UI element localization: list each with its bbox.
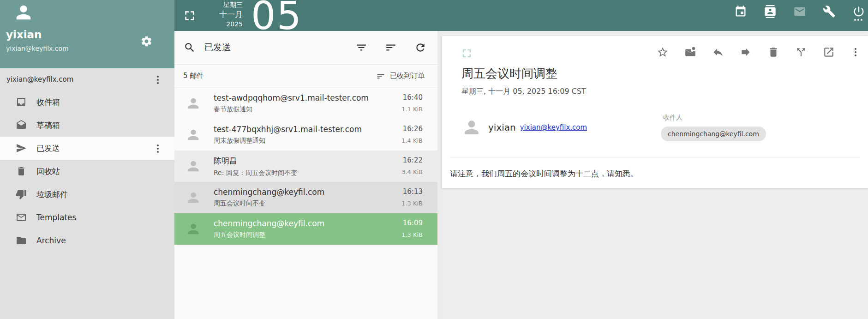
message-row[interactable]: test-477bqxhhj@srv1.mail-tester.com 周末放假… — [174, 119, 437, 150]
sidebar-item-trash[interactable]: 回收站 — [0, 160, 174, 183]
logout-icon[interactable] — [852, 5, 865, 18]
folder-sidebar: yixian@keyfilx.com 收件箱 草稿箱 已发送 回收站 垃圾邮件 — [0, 68, 174, 319]
list-subheader: 5 邮件 已收到订单 — [174, 65, 443, 88]
mark-unread-icon[interactable] — [684, 46, 696, 58]
message-row-selected[interactable]: chenmingchang@keyfil.com 周五会议时间调整 16:09 … — [174, 213, 437, 245]
search-icon[interactable] — [184, 42, 196, 54]
message-time: 16:22 — [401, 156, 423, 164]
folder-label: Templates — [36, 213, 76, 222]
sidebar-item-junk[interactable]: 垃圾邮件 — [0, 183, 174, 206]
message-more-icon[interactable] — [850, 47, 861, 57]
message-size: 3.4 KiB — [401, 169, 423, 175]
sidebar-item-inbox[interactable]: 收件箱 — [0, 90, 174, 114]
fullscreen-toggle-icon[interactable] — [184, 10, 196, 22]
mail-app-icon[interactable] — [793, 5, 806, 18]
folder-label: 已发送 — [36, 143, 60, 154]
sender-avatar-icon — [186, 190, 201, 205]
message-view-card: 周五会议时间调整 星期三, 十一月 05, 2025 16:09 CST 收件人… — [442, 36, 868, 188]
thread-split-icon[interactable] — [795, 46, 807, 58]
message-subject: 周五会议时间不变 — [214, 199, 324, 208]
message-list-pane: 已发送 5 邮件 已收到订单 test-awdpqqhom@srv1.mail-… — [174, 31, 443, 319]
message-toolbar — [657, 46, 861, 58]
sidebar-item-archive[interactable]: Archive — [0, 229, 174, 252]
date-year: 2025 — [198, 20, 243, 29]
date-month: 十一月 — [198, 9, 243, 20]
sort-order-label: 已收到订单 — [390, 72, 425, 80]
message-sender: chenmingchang@keyfil.com — [214, 219, 324, 228]
message-size: 1.1 KiB — [401, 106, 423, 113]
reply-icon[interactable] — [712, 46, 724, 58]
sender-avatar-icon — [186, 96, 201, 111]
refresh-icon[interactable] — [414, 42, 426, 54]
sender-email-link[interactable]: yixian@keyfilx.com — [520, 123, 587, 132]
list-header: 已发送 — [174, 31, 443, 65]
account-panel: yixian yixian@keyfilx.com — [0, 0, 174, 68]
recipient-chip[interactable]: chenmingchang@keyfil.com — [661, 126, 766, 141]
message-sender: test-awdpqqhom@srv1.mail-tester.com — [214, 93, 369, 102]
junk-icon — [16, 189, 27, 200]
message-body: 请注意，我们周五的会议时间调整为十二点，请知悉。 — [450, 169, 638, 179]
inbox-icon — [16, 96, 27, 108]
delete-icon[interactable] — [767, 46, 779, 58]
folder-label: Archive — [36, 236, 66, 245]
account-name: yixian — [6, 29, 42, 41]
list-header-actions — [355, 42, 426, 54]
message-subject: 周五会议时间调整 — [214, 231, 324, 239]
sidebar-item-templates[interactable]: Templates — [0, 206, 174, 229]
message-time: 16:26 — [401, 125, 423, 133]
sort-order-icon — [376, 72, 385, 81]
sidebar-item-sent[interactable]: 已发送 — [0, 137, 174, 160]
message-sender: chenmingchang@keyfil.com — [214, 187, 324, 197]
topbar-app-icons — [734, 5, 865, 18]
message-time: 16:13 — [401, 187, 423, 196]
sidebar-account-email: yixian@keyfilx.com — [6, 75, 73, 84]
folder-label: 回收站 — [36, 166, 60, 177]
message-sender: 陈明昌 — [214, 156, 297, 166]
message-subject: Re: 回复：周五会议时间不变 — [214, 169, 297, 177]
sidebar-item-drafts[interactable]: 草稿箱 — [0, 114, 174, 137]
recipient-label: 收件人 — [663, 114, 682, 122]
folder-label: 收件箱 — [36, 97, 60, 108]
message-fullscreen-icon[interactable] — [461, 48, 472, 59]
message-subject-title: 周五会议时间调整 — [461, 66, 557, 82]
sender-avatar-icon — [186, 158, 201, 174]
trash-icon — [16, 166, 27, 177]
open-in-new-icon[interactable] — [823, 46, 835, 58]
account-menu-icon[interactable] — [155, 74, 161, 86]
header-divider — [450, 157, 860, 157]
envelope-icon — [16, 212, 27, 223]
message-row[interactable]: 陈明昌 Re: 回复：周五会议时间不变 16:22 3.4 KiB — [174, 150, 437, 182]
account-email: yixian@keyfilx.com — [6, 45, 69, 52]
admin-settings-icon[interactable] — [823, 5, 836, 18]
sender-name: yixian — [488, 122, 516, 133]
message-time: 16:40 — [401, 93, 423, 102]
contacts-icon[interactable] — [764, 5, 777, 18]
message-sender: test-477bqxhhj@srv1.mail-tester.com — [214, 125, 362, 134]
message-rows: test-awdpqqhom@srv1.mail-tester.com 春节放假… — [174, 88, 437, 245]
message-size: 1.3 KiB — [401, 231, 423, 238]
sort-icon[interactable] — [385, 42, 397, 54]
sort-order-button[interactable]: 已收到订单 — [376, 72, 425, 81]
message-row[interactable]: test-awdpqqhom@srv1.mail-tester.com 春节放假… — [174, 88, 437, 119]
sender-block: yixian yixian@keyfilx.com — [461, 117, 587, 138]
folder-label: 垃圾邮件 — [36, 189, 68, 200]
current-folder-title[interactable]: 已发送 — [204, 42, 231, 54]
topbar-date: 星期三 十一月 2025 — [198, 0, 243, 29]
send-icon — [16, 143, 27, 154]
folder-icon — [16, 235, 27, 246]
sender-avatar-icon — [186, 221, 201, 237]
star-icon[interactable] — [657, 46, 669, 58]
message-subject: 春节放假通知 — [214, 105, 369, 114]
calendar-icon[interactable] — [734, 5, 747, 18]
date-day: 05 — [251, 0, 302, 35]
forward-icon[interactable] — [740, 46, 752, 58]
logout-dots — [854, 19, 862, 21]
filter-icon[interactable] — [355, 42, 367, 54]
user-avatar-icon — [13, 2, 34, 23]
drafts-icon — [16, 120, 27, 131]
message-row[interactable]: chenmingchang@keyfil.com 周五会议时间不变 16:13 … — [174, 182, 437, 213]
gear-icon[interactable] — [140, 35, 153, 48]
sidebar-account-row[interactable]: yixian@keyfilx.com — [0, 68, 174, 90]
message-date: 星期三, 十一月 05, 2025 16:09 CST — [461, 87, 586, 96]
folder-menu-icon[interactable] — [155, 143, 161, 155]
